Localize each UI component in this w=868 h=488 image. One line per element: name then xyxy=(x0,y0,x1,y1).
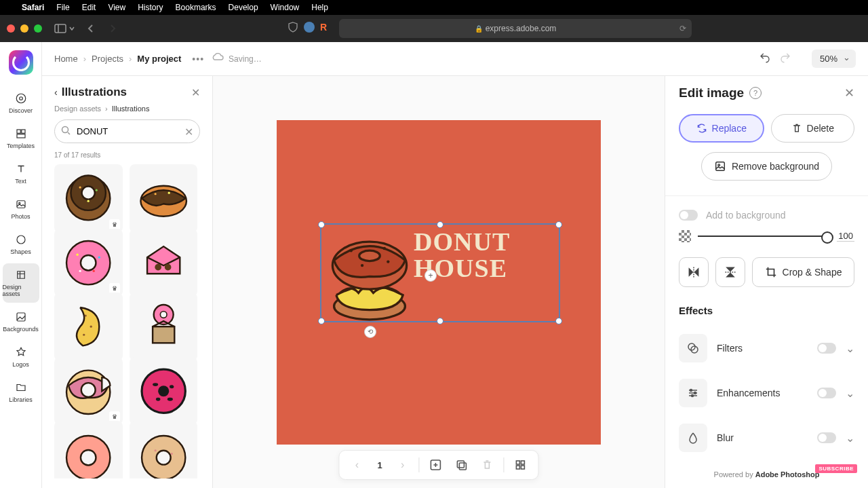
remove-background-button[interactable]: Remove background xyxy=(701,152,832,181)
rail-text[interactable]: Text xyxy=(3,157,39,190)
add-page-button[interactable] xyxy=(427,455,446,474)
svg-point-37 xyxy=(81,383,96,397)
illustration-thumb[interactable]: ♛ xyxy=(54,357,123,426)
rail-shapes[interactable]: Shapes xyxy=(3,228,39,261)
chevron-down-icon[interactable]: ⌄ xyxy=(846,387,854,400)
adobe-express-logo[interactable] xyxy=(9,50,33,75)
illustration-thumb[interactable]: ♛ xyxy=(54,164,123,233)
blur-toggle[interactable] xyxy=(817,432,836,443)
rail-logos[interactable]: Logos xyxy=(3,341,39,373)
extension-r-icon[interactable]: R xyxy=(320,22,327,35)
search-input[interactable] xyxy=(54,119,200,143)
rail-design-assets[interactable]: Design assets xyxy=(3,263,39,303)
assets-bc-root[interactable]: Design assets xyxy=(54,105,101,113)
next-page-button[interactable]: › xyxy=(393,455,412,474)
menu-window[interactable]: Window xyxy=(271,3,300,12)
reload-icon[interactable]: ⟳ xyxy=(679,24,686,33)
zoom-select-wrap[interactable]: 50% xyxy=(812,50,856,68)
zoom-select[interactable]: 50% xyxy=(812,50,856,68)
illustration-thumb[interactable] xyxy=(130,293,198,361)
chevron-down-icon[interactable]: ⌄ xyxy=(846,432,854,445)
window-controls xyxy=(7,24,42,33)
add-to-background-toggle[interactable] xyxy=(679,210,698,221)
rail-discover[interactable]: Discover xyxy=(3,87,39,119)
menu-develop[interactable]: Develop xyxy=(229,3,258,12)
donut-stack-image[interactable] xyxy=(325,225,414,321)
maximize-window-button[interactable] xyxy=(34,24,42,33)
topbar: Home › Projects › My project ••• Saving…… xyxy=(42,42,868,76)
resize-handle[interactable] xyxy=(555,318,562,324)
back-button[interactable] xyxy=(81,19,100,38)
effect-enhancements-row[interactable]: Enhancements ⌄ xyxy=(679,371,854,415)
delete-page-button[interactable] xyxy=(478,455,497,474)
add-element-icon[interactable]: + xyxy=(425,269,437,282)
svg-rect-64 xyxy=(517,466,520,469)
resize-handle[interactable] xyxy=(437,318,443,324)
forward-button[interactable] xyxy=(103,19,122,38)
resize-handle[interactable] xyxy=(318,221,325,228)
opacity-value[interactable]: 100 xyxy=(837,231,854,242)
canvas-area[interactable]: DONUT HOUSE + ⟲ ‹ xyxy=(213,76,665,488)
replace-button[interactable]: Replace xyxy=(679,114,764,143)
safari-extensions: R xyxy=(288,22,327,35)
svg-point-52 xyxy=(359,250,380,261)
illustration-thumb[interactable] xyxy=(54,293,123,361)
illustration-thumb[interactable]: ♛ xyxy=(54,229,123,297)
undo-button[interactable] xyxy=(759,52,771,66)
close-panel-icon[interactable]: ✕ xyxy=(191,86,200,99)
rail-photos[interactable]: Photos xyxy=(3,193,39,225)
illustration-thumb[interactable] xyxy=(54,421,123,478)
crumb-home[interactable]: Home xyxy=(54,54,78,64)
crop-shape-button[interactable]: Crop & Shape xyxy=(752,257,854,287)
opacity-slider[interactable] xyxy=(698,236,830,237)
clear-search-icon[interactable]: ✕ xyxy=(184,126,193,138)
illustration-thumb[interactable] xyxy=(130,421,198,478)
menu-bookmarks[interactable]: Bookmarks xyxy=(176,3,216,12)
delete-button[interactable]: Delete xyxy=(771,114,855,143)
back-chevron-icon[interactable]: ‹ xyxy=(54,87,58,98)
grid-view-button[interactable] xyxy=(511,455,530,474)
effect-filters-row[interactable]: Filters ⌄ xyxy=(679,326,854,371)
duplicate-page-button[interactable] xyxy=(452,455,471,474)
sidebar-toggle-icon[interactable] xyxy=(54,24,75,33)
resize-handle[interactable] xyxy=(555,221,562,228)
resize-handle[interactable] xyxy=(318,318,325,324)
redo-button[interactable] xyxy=(779,52,791,66)
shield-icon[interactable] xyxy=(288,22,298,35)
menu-history[interactable]: History xyxy=(138,3,163,12)
flip-vertical-button[interactable] xyxy=(715,257,745,287)
crumb-current[interactable]: My project xyxy=(137,54,181,64)
illustration-thumb[interactable] xyxy=(130,229,198,297)
crop-icon xyxy=(765,266,777,278)
enhancements-toggle[interactable] xyxy=(817,388,836,398)
artboard[interactable]: DONUT HOUSE + ⟲ xyxy=(277,120,601,445)
rail-templates[interactable]: Templates xyxy=(3,122,39,155)
cloud-sync-icon[interactable] xyxy=(211,53,224,64)
menu-edit[interactable]: Edit xyxy=(82,3,96,12)
crumb-projects[interactable]: Projects xyxy=(92,54,123,64)
menu-view[interactable]: View xyxy=(108,3,125,12)
minimize-window-button[interactable] xyxy=(20,24,28,33)
rotate-handle-icon[interactable]: ⟲ xyxy=(364,326,376,338)
illustration-thumb[interactable] xyxy=(130,357,198,426)
chevron-down-icon[interactable]: ⌄ xyxy=(846,342,854,355)
help-icon[interactable]: ? xyxy=(749,87,762,99)
rail-backgrounds[interactable]: Backgrounds xyxy=(3,305,39,338)
rail-libraries[interactable]: Libraries xyxy=(3,376,39,409)
subscribe-badge[interactable]: SUBSCRIBE xyxy=(815,464,857,473)
effect-blur-row[interactable]: Blur ⌄ xyxy=(679,415,854,460)
flip-horizontal-button[interactable] xyxy=(679,257,709,287)
close-panel-icon[interactable]: ✕ xyxy=(844,86,854,100)
selected-image-box[interactable]: DONUT HOUSE + ⟲ xyxy=(320,223,560,322)
illustration-thumb[interactable] xyxy=(130,164,198,233)
address-bar[interactable]: 🔒 express.adobe.com ⟳ xyxy=(339,19,692,38)
extension-circle-icon[interactable] xyxy=(304,22,315,33)
menu-file[interactable]: File xyxy=(56,3,69,12)
prev-page-button[interactable]: ‹ xyxy=(347,455,366,474)
filters-toggle[interactable] xyxy=(817,343,836,354)
close-window-button[interactable] xyxy=(7,24,15,33)
more-icon[interactable]: ••• xyxy=(192,54,204,64)
resize-handle[interactable] xyxy=(437,221,443,228)
menu-help[interactable]: Help xyxy=(311,3,328,12)
safari-app-name[interactable]: Safari xyxy=(22,3,44,12)
